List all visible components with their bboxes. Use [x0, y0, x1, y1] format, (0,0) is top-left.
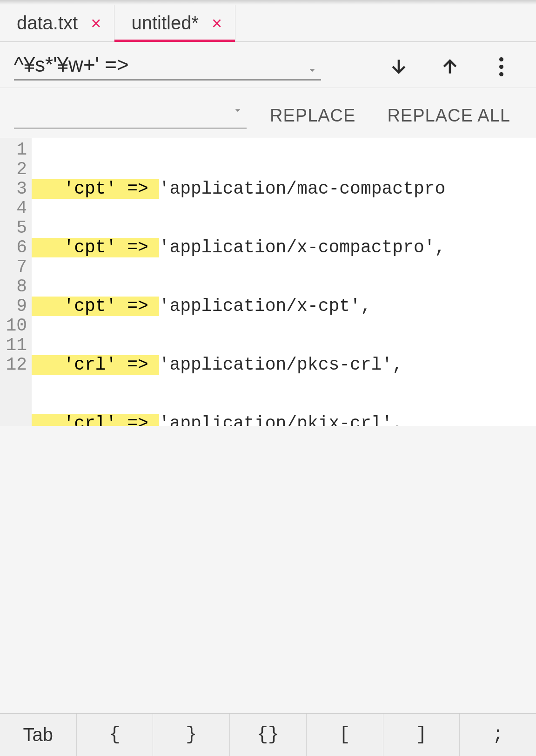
- code-text: 'application/mac-compactpro: [159, 179, 446, 199]
- line-number: 6: [3, 238, 27, 257]
- tab-bar: data.txt × untitled* ×: [0, 5, 536, 42]
- line-number: 10: [3, 316, 27, 336]
- tab-untitled[interactable]: untitled* ×: [114, 5, 235, 41]
- find-next-button[interactable]: [378, 50, 420, 83]
- line-number: 8: [3, 277, 27, 297]
- code-content[interactable]: 'cpt' => 'application/mac-compactpro 'cp…: [32, 138, 536, 426]
- replace-all-button[interactable]: REPLACE ALL: [379, 102, 518, 129]
- code-text: 'application/pkix-crl',: [159, 414, 403, 426]
- close-icon[interactable]: ×: [91, 14, 101, 32]
- kebab-icon: [499, 57, 503, 76]
- search-match-highlight: 'cpt' =>: [32, 238, 159, 257]
- dropdown-icon[interactable]: [229, 104, 247, 116]
- find-prev-button[interactable]: [429, 50, 471, 83]
- search-input[interactable]: [14, 53, 303, 76]
- editor-filler: [0, 426, 536, 714]
- key-close-bracket[interactable]: ]: [383, 714, 460, 756]
- dropdown-icon[interactable]: [303, 64, 321, 76]
- line-number: 1: [3, 140, 27, 160]
- line-gutter: 1 2 3 4 5 6 7 8 9 10 11 12: [0, 138, 32, 426]
- code-line[interactable]: 'crl' => 'application/pkix-crl',: [32, 414, 536, 426]
- code-text: 'application/pkcs-crl',: [159, 355, 403, 375]
- line-number: 11: [3, 336, 27, 355]
- line-number: 9: [3, 297, 27, 316]
- line-number: 4: [3, 199, 27, 218]
- editor-area[interactable]: 1 2 3 4 5 6 7 8 9 10 11 12 'cpt' => 'app…: [0, 138, 536, 426]
- shortcut-key-bar: Tab { } {} [ ] ;: [0, 713, 536, 756]
- line-number: 7: [3, 257, 27, 277]
- key-semicolon[interactable]: ;: [460, 714, 536, 756]
- line-number: 2: [3, 160, 27, 179]
- key-close-brace[interactable]: }: [153, 714, 230, 756]
- key-open-bracket[interactable]: [: [307, 714, 383, 756]
- search-match-highlight: 'cpt' =>: [32, 297, 159, 316]
- tab-label: untitled*: [131, 13, 199, 34]
- line-number: 5: [3, 218, 27, 238]
- close-icon[interactable]: ×: [212, 14, 222, 32]
- line-number: 3: [3, 179, 27, 199]
- overflow-menu-button[interactable]: [480, 50, 522, 83]
- code-line[interactable]: 'cpt' => 'application/x-cpt',: [32, 297, 536, 316]
- replace-input[interactable]: [14, 95, 229, 116]
- tab-data-txt[interactable]: data.txt ×: [0, 5, 114, 41]
- window-top-shadow: [0, 0, 536, 5]
- search-match-highlight: 'crl' =>: [32, 414, 159, 426]
- key-open-brace[interactable]: {: [77, 714, 154, 756]
- code-line[interactable]: 'cpt' => 'application/x-compactpro',: [32, 238, 536, 257]
- replace-bar: REPLACE REPLACE ALL: [0, 88, 536, 138]
- code-line[interactable]: 'cpt' => 'application/mac-compactpro: [32, 179, 536, 199]
- search-input-wrap: [14, 53, 321, 81]
- key-tab[interactable]: Tab: [0, 714, 77, 756]
- key-braces[interactable]: {}: [230, 714, 307, 756]
- code-line[interactable]: 'crl' => 'application/pkcs-crl',: [32, 355, 536, 375]
- replace-button[interactable]: REPLACE: [261, 102, 364, 129]
- replace-input-wrap: [14, 103, 247, 129]
- line-number: 12: [3, 355, 27, 375]
- search-bar: [0, 42, 536, 88]
- search-match-highlight: 'cpt' =>: [32, 179, 159, 199]
- code-text: 'application/x-compactpro',: [159, 238, 446, 257]
- tab-label: data.txt: [17, 13, 78, 34]
- code-text: 'application/x-cpt',: [159, 297, 371, 316]
- search-match-highlight: 'crl' =>: [32, 355, 159, 375]
